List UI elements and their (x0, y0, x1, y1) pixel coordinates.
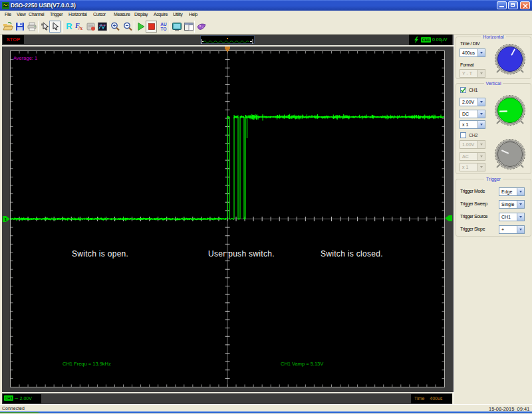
svg-text:Switch is open.: Switch is open. (72, 249, 128, 259)
svg-text:Switch is closed.: Switch is closed. (321, 249, 383, 259)
svg-text:/x: /x (78, 25, 82, 31)
svg-text:Average: 1: Average: 1 (13, 55, 37, 61)
svg-text:User push switch.: User push switch. (208, 249, 275, 259)
svg-text:CH1 Vamp = 5.13V: CH1 Vamp = 5.13V (281, 361, 323, 367)
svg-text:CH1 Frequ = 13.9kHz: CH1 Frequ = 13.9kHz (63, 361, 111, 367)
svg-text:1: 1 (5, 217, 7, 222)
